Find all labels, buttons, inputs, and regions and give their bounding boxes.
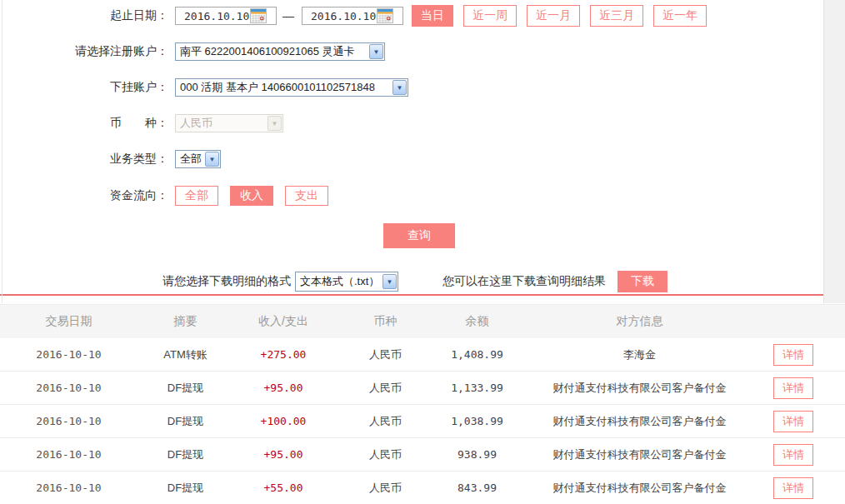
- currency-value: 人民币: [176, 116, 268, 131]
- table-header-row: 交易日期 摘要 收入/支出 币种 余额 对方信息: [0, 304, 845, 338]
- date-range-row: 起止日期： —: [0, 7, 823, 25]
- quick-range-month-button[interactable]: 近一月: [527, 5, 580, 27]
- sub-account-row: 下挂账户： 000 活期 基本户 1406600101102571848 ▼: [0, 78, 823, 97]
- header-summary: 摘要: [138, 314, 233, 329]
- cell-action: 详情: [762, 377, 845, 399]
- query-form-panel: 起止日期： —: [0, 0, 823, 292]
- cell-balance: 1,133.99: [438, 382, 517, 394]
- cell-counterparty: 财付通支付科技有限公司客户备付金: [517, 381, 762, 396]
- download-format-value: 文本格式（.txt）: [296, 274, 382, 289]
- cell-action: 详情: [762, 411, 845, 432]
- cell-balance: 1,408.99: [438, 348, 517, 361]
- section-divider: [0, 294, 845, 296]
- table-row: 2016-10-10 DF提现 +95.00 人民币 938.99 财付通支付科…: [0, 438, 845, 472]
- quick-range-week-button[interactable]: 近一周: [463, 5, 517, 27]
- header-balance: 余额: [438, 314, 517, 329]
- cell-balance: 843.99: [438, 482, 517, 494]
- calendar-icon[interactable]: [377, 8, 393, 23]
- currency-row: 币 种： 人民币 ▼: [0, 114, 823, 132]
- download-hint: 您可以在这里下载查询明细结果: [442, 274, 606, 289]
- cell-amount: +95.00: [233, 382, 333, 394]
- chevron-down-icon: ▼: [382, 274, 397, 289]
- table-row: 2016-10-10 DF提现 +55.00 人民币 843.99 财付通支付科…: [0, 472, 845, 504]
- sub-account-label: 下挂账户：: [0, 80, 168, 95]
- download-row: 请您选择下载明细的格式 文本格式（.txt） ▼ 您可以在这里下载查询明细结果 …: [0, 271, 823, 292]
- detail-button[interactable]: 详情: [773, 377, 813, 399]
- register-account-row: 请选择注册账户： 南平 6222001406100921065 灵通卡 ▼: [0, 42, 823, 61]
- fund-flow-expense-button[interactable]: 支出: [285, 186, 328, 206]
- cell-currency: 人民币: [333, 347, 438, 362]
- cell-amount: +100.00: [233, 415, 333, 427]
- table-row: 2016-10-10 ATM转账 +275.00 人民币 1,408.99 李海…: [0, 338, 845, 372]
- quick-range-quarter-button[interactable]: 近三月: [590, 5, 643, 27]
- currency-label: 币 种：: [0, 116, 168, 131]
- cell-counterparty: 财付通支付科技有限公司客户备付金: [517, 414, 762, 429]
- table-row: 2016-10-10 DF提现 +100.00 人民币 1,038.99 财付通…: [0, 405, 845, 438]
- sub-account-value: 000 活期 基本户 1406600101102571848: [176, 80, 392, 95]
- date-range-label: 起止日期：: [0, 8, 168, 23]
- fund-flow-row: 资金流向： 全部 收入 支出: [0, 186, 823, 206]
- cell-summary: DF提现: [138, 447, 233, 462]
- cell-date: 2016-10-10: [0, 348, 138, 361]
- fund-flow-label: 资金流向：: [0, 188, 168, 203]
- quick-range-today-button[interactable]: 当日: [412, 5, 453, 27]
- cell-summary: ATM转账: [138, 347, 233, 362]
- query-button[interactable]: 查询: [383, 223, 455, 248]
- cell-counterparty: 财付通支付科技有限公司客户备付金: [517, 447, 762, 462]
- sub-account-select[interactable]: 000 活期 基本户 1406600101102571848 ▼: [175, 78, 408, 97]
- calendar-icon[interactable]: [250, 8, 267, 23]
- chevron-down-icon: ▼: [205, 152, 219, 167]
- chevron-down-icon: ▼: [392, 80, 407, 95]
- cell-balance: 1,038.99: [438, 415, 517, 427]
- cell-date: 2016-10-10: [0, 382, 138, 394]
- register-account-select[interactable]: 南平 6222001406100921065 灵通卡 ▼: [175, 42, 385, 61]
- quick-range-year-button[interactable]: 近一年: [653, 5, 707, 27]
- cell-currency: 人民币: [333, 447, 438, 462]
- cell-action: 详情: [762, 444, 845, 466]
- fund-flow-income-button[interactable]: 收入: [230, 186, 273, 206]
- business-type-value: 全部: [176, 152, 205, 167]
- business-type-label: 业务类型：: [0, 152, 168, 167]
- cell-counterparty: 李海金: [517, 347, 762, 362]
- header-amount: 收入/支出: [233, 314, 333, 329]
- cell-amount: +55.00: [233, 482, 333, 494]
- start-date-input[interactable]: [184, 10, 249, 22]
- cell-summary: DF提现: [138, 481, 233, 496]
- register-account-value: 南平 6222001406100921065 灵通卡: [176, 44, 369, 59]
- download-button[interactable]: 下载: [618, 271, 668, 292]
- end-date-field[interactable]: [302, 7, 403, 25]
- results-table: 交易日期 摘要 收入/支出 币种 余额 对方信息 2016-10-10 ATM转…: [0, 304, 845, 504]
- table-row: 2016-10-10 DF提现 +95.00 人民币 1,133.99 财付通支…: [0, 372, 845, 405]
- header-counterparty: 对方信息: [517, 314, 762, 329]
- cell-balance: 938.99: [438, 448, 517, 461]
- detail-button[interactable]: 详情: [773, 411, 813, 432]
- cell-date: 2016-10-10: [0, 448, 138, 461]
- chevron-down-icon: ▼: [369, 44, 383, 59]
- cell-date: 2016-10-10: [0, 415, 138, 427]
- transaction-query-page: 起止日期： —: [0, 0, 845, 504]
- date-range-separator: —: [282, 9, 294, 22]
- cell-counterparty: 财付通支付科技有限公司客户备付金: [517, 481, 762, 496]
- query-row: 查询: [0, 223, 823, 248]
- cell-amount: +275.00: [233, 348, 333, 361]
- business-type-row: 业务类型： 全部 ▼: [0, 150, 823, 168]
- cell-action: 详情: [762, 477, 845, 499]
- header-date: 交易日期: [0, 314, 138, 329]
- download-format-select[interactable]: 文本格式（.txt） ▼: [295, 272, 398, 292]
- cell-summary: DF提现: [138, 414, 233, 429]
- business-type-select[interactable]: 全部 ▼: [175, 150, 221, 168]
- detail-button[interactable]: 详情: [773, 444, 813, 466]
- cell-amount: +95.00: [233, 448, 333, 461]
- start-date-field[interactable]: [175, 7, 277, 25]
- cell-currency: 人民币: [333, 381, 438, 396]
- detail-button[interactable]: 详情: [773, 344, 813, 366]
- cell-summary: DF提现: [138, 381, 233, 396]
- end-date-input[interactable]: [311, 10, 376, 22]
- detail-button[interactable]: 详情: [773, 477, 813, 499]
- chevron-down-icon: ▼: [268, 116, 282, 131]
- register-account-label: 请选择注册账户：: [0, 44, 168, 59]
- header-currency: 币种: [333, 314, 438, 329]
- currency-select: 人民币 ▼: [175, 114, 283, 132]
- cell-currency: 人民币: [333, 481, 438, 496]
- fund-flow-all-button[interactable]: 全部: [175, 186, 218, 206]
